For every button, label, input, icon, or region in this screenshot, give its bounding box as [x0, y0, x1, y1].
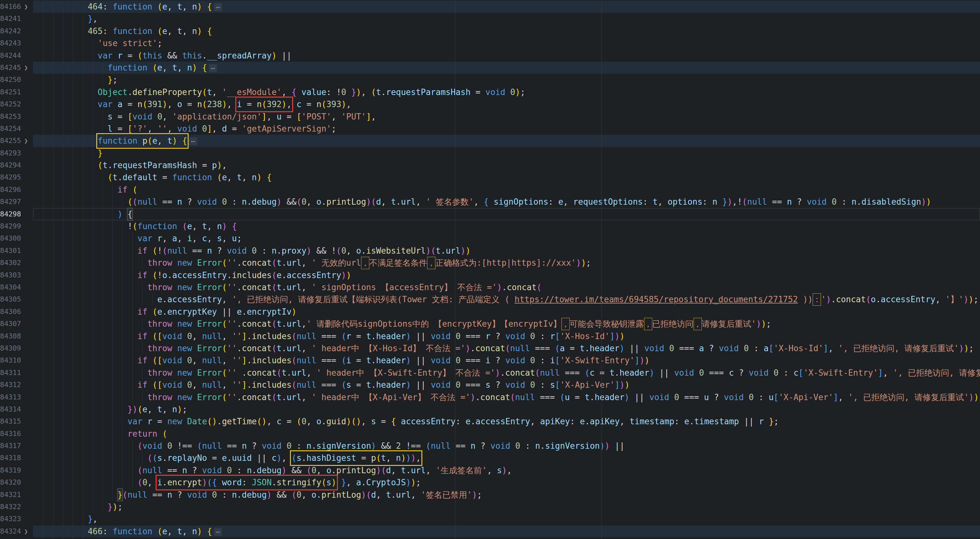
gutter[interactable]: 84320 [0, 477, 33, 488]
code-line-84310[interactable]: 84310 if ([void 0, null, ''].includes(nu… [0, 354, 980, 367]
gutter[interactable]: 84254 [0, 123, 33, 135]
code-line-84319[interactable]: 84319 (null == n ? void 0 : n.debug) && … [0, 464, 980, 477]
code-content[interactable]: throw new Error(''.concat(t.url, ' heade… [33, 391, 980, 403]
gutter[interactable]: 84295 [0, 171, 33, 183]
gutter[interactable]: 84311 [0, 367, 33, 379]
code-line-84305[interactable]: 84305 e.accessEntry, ', 已拒绝访问, 请修复后重试【端标… [0, 293, 980, 305]
folded-region-dots[interactable]: ⋯ [189, 137, 197, 145]
code-line-84318[interactable]: 84318 ((s.replayNo = e.uuid || c), (s.ha… [0, 452, 980, 464]
code-content[interactable]: return ( [33, 428, 980, 440]
gutter[interactable]: 84166❯ [0, 1, 33, 13]
gutter[interactable]: 84307 [0, 318, 33, 330]
code-content[interactable]: })(e, t, n); [33, 403, 980, 415]
code-line-84311[interactable]: 84311 throw new Error('' .concat(t.url, … [0, 367, 980, 379]
code-line-84250[interactable]: 84250 }; [0, 74, 980, 86]
code-content[interactable]: if ([void 0, null, ''].includes(null ===… [33, 330, 980, 342]
code-content[interactable]: ((null == n ? void 0 : n.debug) &&(0, o.… [33, 196, 980, 208]
code-line-84313[interactable]: 84313 throw new Error(''.concat(t.url, '… [0, 391, 980, 403]
gutter[interactable]: 84309 [0, 342, 33, 354]
gutter[interactable]: 84310 [0, 354, 33, 367]
code-line-84166[interactable]: 84166❯ 464: function (e, t, n) {⋯ [0, 1, 980, 13]
gutter[interactable]: 84300 [0, 232, 33, 244]
gutter[interactable]: 84303 [0, 269, 33, 281]
gutter[interactable]: 84302 [0, 257, 33, 269]
code-line-84314[interactable]: 84314 })(e, t, n); [0, 403, 980, 415]
code-content[interactable]: e.accessEntry, ', 已拒绝访问, 请修复后重试【端标识列表(To… [33, 293, 980, 305]
code-content[interactable]: throw new Error('' .concat(t.url, ' head… [33, 367, 980, 379]
code-line-84299[interactable]: 84299 !(function (e, t, n) { [0, 220, 980, 232]
code-line-84298[interactable]: 84298 ) { [0, 208, 980, 220]
gutter[interactable]: 84245❯ [0, 62, 33, 74]
code-line-84302[interactable]: 84302 throw new Error(''.concat(t.url, '… [0, 257, 980, 269]
code-content[interactable]: }; [33, 74, 980, 86]
gutter[interactable]: 84250 [0, 74, 33, 86]
gutter[interactable]: 84317 [0, 440, 33, 452]
code-line-84254[interactable]: 84254 l = ['?', '', void 0], d = 'getApi… [0, 123, 980, 135]
code-content[interactable]: } [33, 147, 980, 159]
code-content[interactable]: throw new Error(''.concat(t.url, ' 无效的ur… [33, 257, 980, 269]
gutter[interactable]: 84323 [0, 513, 33, 525]
code-content[interactable]: }, [33, 513, 980, 525]
code-content[interactable]: 464: function (e, t, n) {⋯ [33, 1, 980, 13]
code-line-84255[interactable]: 84255❯ function p(e, t) {⋯ [0, 135, 980, 147]
code-content[interactable]: (t.requestParamsHash = p), [33, 159, 980, 171]
gutter[interactable]: 84321 [0, 489, 33, 501]
code-content[interactable]: }, [33, 13, 980, 25]
code-content[interactable]: function (e, t, n) {⋯ [33, 62, 980, 74]
gutter[interactable]: 84316 [0, 428, 33, 440]
gutter[interactable]: 84322 [0, 501, 33, 513]
code-content[interactable]: (t.default = function (e, t, n) { [33, 171, 980, 183]
code-content[interactable]: if (!o.accessEntry.includes(e.accessEntr… [33, 269, 980, 281]
code-line-84296[interactable]: 84296 if ( [0, 184, 980, 196]
code-content[interactable]: function p(e, t) {⋯ [33, 135, 980, 147]
gutter[interactable]: 84243 [0, 37, 33, 49]
fold-chevron-icon[interactable]: ❯ [20, 1, 32, 13]
code-line-84307[interactable]: 84307 throw new Error(''.concat(t.url,' … [0, 318, 980, 330]
code-line-84301[interactable]: 84301 if (!(null == n ? void 0 : n.proxy… [0, 245, 980, 257]
code-line-84309[interactable]: 84309 throw new Error(''.concat(t.url, '… [0, 342, 980, 354]
code-line-84324[interactable]: 84324❯ 466: function (e, t, n) {⋯ [0, 525, 980, 537]
gutter[interactable]: 84313 [0, 391, 33, 403]
code-content[interactable]: if ( [33, 184, 980, 196]
code-line-84306[interactable]: 84306 if (e.encryptKey || e.encryptIv) [0, 306, 980, 318]
gutter[interactable]: 84308 [0, 330, 33, 342]
fold-chevron-icon[interactable]: ❯ [20, 135, 32, 147]
code-content[interactable]: ) { [33, 208, 980, 220]
code-line-84308[interactable]: 84308 if ([void 0, null, ''].includes(nu… [0, 330, 980, 342]
code-content[interactable]: s = [void 0, 'application/json'], u = ['… [33, 111, 980, 123]
code-line-84321[interactable]: 84321 }(null == n ? void 0 : n.debug) &&… [0, 489, 980, 501]
code-content[interactable]: if ([void 0, null, ''].includes(null ===… [33, 379, 980, 391]
gutter[interactable]: 84319 [0, 464, 33, 477]
code-content[interactable]: 466: function (e, t, n) {⋯ [33, 525, 980, 537]
code-content[interactable]: }(null == n ? void 0 : n.debug) && (0, o… [33, 489, 980, 501]
code-line-84241[interactable]: 84241 }, [0, 13, 980, 25]
code-line-84300[interactable]: 84300 var r, a, i, c, s, u; [0, 232, 980, 244]
gutter[interactable]: 84253 [0, 111, 33, 123]
folded-region-dots[interactable]: ⋯ [209, 64, 217, 72]
code-line-84390[interactable]: 84390 } [0, 537, 980, 539]
code-line-84293[interactable]: 84293 } [0, 147, 980, 159]
gutter[interactable]: 84251 [0, 86, 33, 98]
code-line-84245[interactable]: 84245❯ function (e, t, n) {⋯ [0, 62, 980, 74]
gutter[interactable]: 84312 [0, 379, 33, 391]
folded-region-dots[interactable]: ⋯ [214, 3, 222, 11]
gutter[interactable]: 84241 [0, 13, 33, 25]
code-line-84295[interactable]: 84295 (t.default = function (e, t, n) { [0, 171, 980, 183]
gutter[interactable]: 84293 [0, 147, 33, 159]
code-content[interactable]: var r, a, i, c, s, u; [33, 232, 980, 244]
code-line-84251[interactable]: 84251 Object.defineProperty(t, '__esModu… [0, 86, 980, 98]
code-content[interactable]: var r = new Date().getTime(), c = (0, o.… [33, 415, 980, 427]
code-content[interactable]: l = ['?', '', void 0], d = 'getApiServer… [33, 123, 980, 135]
fold-chevron-icon[interactable]: ❯ [20, 525, 32, 537]
gutter[interactable]: 84315 [0, 415, 33, 427]
code-content[interactable]: if ([void 0, null, ''].includes(null ===… [33, 354, 980, 367]
code-line-84317[interactable]: 84317 (void 0 !== (null == n ? void 0 : … [0, 440, 980, 452]
gutter[interactable]: 84255❯ [0, 135, 33, 147]
code-line-84323[interactable]: 84323 }, [0, 513, 980, 525]
code-content[interactable]: throw new Error(''.concat(t.url, ' heade… [33, 342, 980, 354]
code-content[interactable]: } [33, 537, 980, 539]
gutter[interactable]: 84318 [0, 452, 33, 464]
code-line-84242[interactable]: 84242 465: function (e, t, n) { [0, 25, 980, 37]
code-content[interactable]: throw new Error(''.concat(t.url, ' signO… [33, 281, 980, 293]
code-line-84316[interactable]: 84316 return ( [0, 428, 980, 440]
